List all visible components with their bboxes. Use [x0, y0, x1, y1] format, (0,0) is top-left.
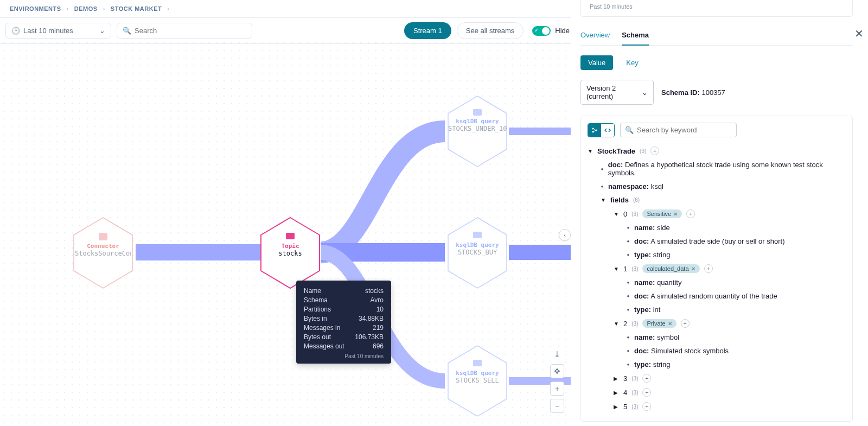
recenter-button[interactable]: ⤓: [550, 347, 564, 361]
chevron-right-icon: ›: [67, 5, 69, 12]
schema-tree: ▼ StockTrade (3) + ●doc: Defines a hypot…: [588, 145, 846, 412]
add-button[interactable]: +: [642, 402, 651, 411]
caret-icon[interactable]: ▶: [614, 376, 619, 382]
fields-label: fields: [610, 196, 629, 204]
tag-chip[interactable]: calculated_data ✕: [642, 264, 699, 273]
version-label: Version 2 (current): [586, 84, 637, 100]
stream-button[interactable]: Stream 1: [404, 22, 451, 39]
tooltip-row: Bytes in34.88KB: [304, 315, 384, 322]
tag-chip[interactable]: Sensitive ✕: [642, 209, 682, 218]
caret-down-icon[interactable]: ▼: [588, 148, 593, 154]
subtab-key[interactable]: Key: [618, 55, 646, 70]
details-panel: Past 10 minutes ✕ Overview Schema Value …: [571, 0, 868, 426]
field-index: 0: [623, 210, 627, 218]
field-prop: type: string: [634, 360, 670, 368]
field-count: (3): [631, 266, 638, 272]
code-view-button[interactable]: [601, 124, 614, 137]
time-range-picker[interactable]: 🕑 Last 10 minutes ⌄: [5, 23, 111, 39]
field-count: (3): [631, 404, 638, 410]
schema-subtabs: Value Key: [580, 55, 853, 70]
view-toggle: [588, 123, 615, 137]
add-button[interactable]: +: [642, 388, 651, 397]
node-type: ksqlDB query: [449, 370, 506, 377]
tree-view-button[interactable]: [588, 124, 601, 137]
node-name: STOCKS_UNDER_100: [448, 125, 507, 132]
node-query-stocks-under-100[interactable]: ksqlDB query STOCKS_UNDER_100: [445, 94, 510, 169]
field-prop: type: int: [634, 306, 660, 314]
node-type: ksqlDB query: [449, 241, 506, 249]
subtab-value[interactable]: Value: [580, 55, 613, 70]
time-range-label: Last 10 minutes: [23, 27, 73, 35]
remove-tag-icon[interactable]: ✕: [673, 211, 678, 217]
collapse-panel-button[interactable]: ‹: [559, 229, 571, 241]
svg-rect-1: [99, 233, 107, 240]
panel-tabs: Overview Schema: [580, 28, 853, 46]
hide-internal-toggle[interactable]: ✓: [532, 26, 551, 36]
remove-tag-icon[interactable]: ✕: [691, 266, 695, 272]
tag-chip[interactable]: Private ✕: [642, 319, 676, 328]
stream-canvas[interactable]: Connector StocksSourceConnector Topic st…: [0, 39, 571, 426]
svg-rect-5: [473, 109, 482, 116]
field-count: (3): [631, 376, 638, 382]
node-query-stocks-sell[interactable]: ksqlDB query STOCKS_SELL: [445, 344, 510, 418]
close-icon[interactable]: ✕: [854, 27, 864, 40]
remove-tag-icon[interactable]: ✕: [668, 321, 672, 327]
tooltip-row: Messages out696: [304, 342, 384, 350]
field-index: 3: [623, 374, 627, 383]
chevron-down-icon: ⌄: [642, 88, 648, 97]
tab-overview[interactable]: Overview: [580, 28, 610, 45]
see-all-streams-button[interactable]: See all streams: [457, 22, 524, 39]
search-icon: 🔍: [123, 27, 131, 35]
field-count: (3): [631, 390, 638, 396]
caret-icon[interactable]: ▼: [614, 266, 619, 272]
field-count: (3): [631, 211, 638, 217]
tooltip-row: Bytes out106.73KB: [304, 333, 384, 341]
tab-schema[interactable]: Schema: [622, 28, 649, 46]
add-button[interactable]: +: [704, 264, 713, 273]
node-query-stocks-buy[interactable]: ksqlDB query STOCKS_BUY: [445, 215, 510, 290]
field-index: 2: [623, 320, 627, 328]
version-select[interactable]: Version 2 (current) ⌄: [580, 80, 654, 105]
add-button[interactable]: +: [650, 147, 659, 155]
caret-icon[interactable]: ▼: [614, 321, 619, 327]
add-button[interactable]: +: [681, 319, 690, 328]
clock-icon: 🕑: [11, 27, 20, 35]
tree-root-count: (3): [640, 148, 646, 154]
caret-icon[interactable]: ▼: [614, 211, 619, 217]
tooltip-row: Messages in219: [304, 324, 384, 332]
node-type: Topic: [262, 243, 318, 250]
tree-root-name: StockTrade: [597, 147, 635, 155]
schema-id: Schema ID: 100357: [661, 88, 725, 97]
node-topic[interactable]: Topic stocks: [258, 215, 323, 290]
add-button[interactable]: +: [642, 374, 651, 383]
caret-icon[interactable]: ▶: [614, 390, 619, 396]
field-index: 1: [623, 265, 627, 273]
caret-down-icon[interactable]: ▼: [601, 197, 606, 203]
svg-rect-9: [473, 360, 482, 366]
field-prop: doc: A simulated trade side (buy or sell…: [634, 237, 784, 245]
keyword-search[interactable]: 🔍: [620, 123, 737, 137]
node-name: stocks: [262, 250, 318, 257]
search-field[interactable]: 🔍: [117, 23, 252, 39]
node-name: STOCKS_BUY: [449, 249, 506, 256]
node-connector[interactable]: Connector StocksSourceConnector: [71, 215, 136, 290]
zoom-in-button[interactable]: +: [550, 382, 564, 396]
caret-icon[interactable]: ▶: [614, 404, 619, 410]
field-prop: type: string: [634, 251, 670, 259]
check-icon: ✓: [534, 27, 539, 33]
chevron-right-icon: ›: [103, 5, 105, 12]
svg-rect-3: [286, 233, 295, 239]
field-prop: doc: A simulated random quantity of the …: [634, 292, 777, 300]
search-icon: 🔍: [625, 126, 634, 134]
keyword-input[interactable]: [637, 126, 732, 134]
fields-count: (6): [633, 197, 640, 203]
breadcrumb-item[interactable]: DEMOS: [74, 5, 98, 12]
fit-button[interactable]: ✥: [550, 364, 564, 378]
breadcrumb-item[interactable]: STOCK MARKET: [111, 5, 162, 12]
zoom-out-button[interactable]: −: [550, 399, 564, 413]
search-input[interactable]: [135, 27, 246, 35]
field-index: 4: [623, 389, 627, 397]
breadcrumb-item[interactable]: ENVIRONMENTS: [10, 5, 61, 12]
add-button[interactable]: +: [686, 209, 695, 218]
node-name: STOCKS_SELL: [449, 377, 506, 384]
